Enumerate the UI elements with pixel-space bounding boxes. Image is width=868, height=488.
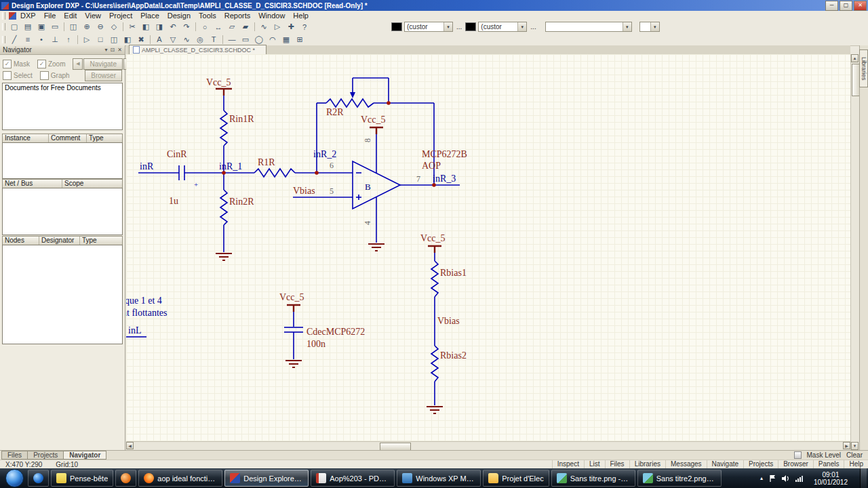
navigator-panel-header[interactable]: Navigator ▾ ⊡ ✕	[0, 45, 125, 55]
label-vcc-rin[interactable]: Vcc_5	[206, 77, 231, 87]
zoom-out-icon[interactable]: ⊖	[94, 21, 107, 33]
graph-checkbox[interactable]	[40, 71, 49, 80]
menu-project[interactable]: Project	[105, 11, 136, 20]
taskbar-item-pense-bete[interactable]: Pense-bête	[51, 470, 113, 487]
resistor-r1r[interactable]: R1R	[254, 157, 295, 177]
potentiometer-r2r[interactable]: R2R	[326, 78, 389, 117]
ground-opamp[interactable]	[368, 244, 384, 251]
print-icon[interactable]: ▭	[48, 21, 62, 33]
empty-combo[interactable]: ▾	[545, 22, 632, 32]
new-document-icon[interactable]: ▢	[7, 21, 21, 33]
menu-design[interactable]: Design	[163, 11, 195, 20]
power-port-vcc-opamp[interactable]: Vcc_5	[361, 115, 386, 134]
designator-column-header[interactable]: Designator	[39, 237, 80, 245]
grid-settings-icon[interactable]: ⊞	[293, 33, 307, 45]
clear-button[interactable]: Clear	[846, 451, 863, 459]
draw-line-icon[interactable]: —	[225, 33, 239, 45]
menu-window[interactable]: Window	[254, 11, 289, 20]
menu-dxp[interactable]: DXP	[16, 11, 40, 20]
taskbar-item-browser[interactable]: aop ideal fonctio...	[138, 470, 222, 487]
document-tab[interactable]: AMPLI_CLASSE_D_CSICIR3.SCHDOC *	[129, 45, 267, 54]
files-panel-tab[interactable]: Files	[1, 451, 28, 460]
draw-arc-icon[interactable]: ◠	[266, 33, 279, 45]
status-browser-button[interactable]: Browser	[778, 460, 813, 468]
label-rbias2[interactable]: Rbias2	[440, 350, 467, 361]
place-ground-icon[interactable]: ⊥	[48, 33, 62, 45]
menu-view[interactable]: View	[81, 11, 105, 20]
status-files-button[interactable]: Files	[605, 460, 629, 468]
taskbar-item-image2[interactable]: Sans titre2.png - ...	[637, 470, 722, 487]
nodes-type-column-header[interactable]: Type	[80, 237, 122, 245]
redo-icon[interactable]: ↷	[180, 21, 193, 33]
pin-number-8[interactable]: 8	[363, 138, 372, 142]
status-navigate-button[interactable]: Navigate	[707, 460, 743, 468]
paste-array-icon[interactable]: ▦	[279, 33, 293, 45]
place-text-icon[interactable]: T	[207, 33, 220, 45]
find-icon[interactable]: ○	[198, 21, 212, 33]
opamp-type[interactable]: AOP	[422, 161, 441, 171]
show-desktop-button[interactable]	[860, 468, 867, 488]
taskbar-item-media-player[interactable]	[28, 470, 49, 487]
close-button[interactable]: ✕	[854, 1, 867, 11]
capacitor-cdec[interactable]: CdecMCP6272 100n	[284, 327, 365, 359]
note-text-line1[interactable]: que 1 et 4	[126, 296, 162, 306]
status-list-button[interactable]: List	[584, 460, 605, 468]
place-no-erc-icon[interactable]: ✖	[134, 33, 148, 45]
select-checkbox[interactable]	[3, 71, 12, 80]
place-wire-icon[interactable]: ╱	[7, 33, 21, 45]
net-label-vbias-input[interactable]: Vbias	[293, 186, 315, 196]
draw-ellipse-icon[interactable]: ◯	[252, 33, 266, 45]
zoom-window-icon[interactable]: ◫	[66, 21, 80, 33]
tray-expand-icon[interactable]: ▴	[759, 475, 764, 481]
projects-panel-tab[interactable]: Projects	[27, 451, 64, 460]
menu-place[interactable]: Place	[136, 11, 163, 20]
volume-icon[interactable]	[781, 474, 790, 483]
place-power-port-icon[interactable]: ↑	[62, 33, 75, 45]
paste-icon[interactable]: ◨	[153, 21, 166, 33]
place-signal-icon[interactable]: ∿	[180, 33, 193, 45]
resistor-rbias2[interactable]: Rbias2	[431, 346, 467, 405]
menu-reports[interactable]: Reports	[220, 11, 255, 20]
schematic-editor-canvas[interactable]: inR inR_1 inR_2 CinR 1u + Vcc_5 Rin1R	[126, 54, 850, 441]
net-label-inr[interactable]: inR	[140, 161, 154, 171]
label-cinr[interactable]: CinR	[167, 149, 187, 159]
scope-column-header[interactable]: Scope	[62, 180, 122, 188]
label-rbias1[interactable]: Rbias1	[440, 268, 467, 278]
nodes-listbox[interactable]	[2, 245, 123, 344]
scroll-left-icon[interactable]: ◀	[126, 442, 134, 449]
label-cdec[interactable]: CdecMCP6272	[307, 327, 365, 337]
note-text-line2[interactable]: nt flottantes	[126, 308, 167, 318]
taskbar-item-music[interactable]	[115, 470, 136, 487]
variant-combo-1[interactable]: (custor ▾	[404, 22, 453, 32]
zoom-checkbox[interactable]: ✓	[37, 60, 46, 68]
action-center-icon[interactable]	[769, 474, 776, 483]
taskbar-item-projet-folder[interactable]: Projet d'Elec	[483, 470, 549, 487]
resistor-rin1r[interactable]: Rin1R	[220, 110, 254, 146]
minimize-button[interactable]: ─	[825, 1, 838, 11]
capacitor-cinr[interactable]: CinR 1u +	[167, 149, 198, 206]
power-port-vcc-rin[interactable]: Vcc_5	[206, 77, 232, 110]
place-junction-icon[interactable]: •	[35, 33, 48, 45]
taskbar-item-image1[interactable]: Sans titre.png - Vi...	[551, 470, 635, 487]
panel-close-icon[interactable]: ✕	[117, 47, 122, 53]
mini-combo[interactable]: ▾	[639, 22, 660, 32]
libraries-panel-tab[interactable]: Libraries	[859, 49, 868, 87]
mask-checkbox[interactable]: ✓	[3, 60, 12, 68]
start-button[interactable]	[5, 469, 24, 487]
panel-pin-icon[interactable]: ⊡	[111, 47, 115, 53]
mask-level-button[interactable]: Mask Level	[807, 451, 842, 459]
net-bus-column-header[interactable]: Net / Bus	[3, 180, 62, 188]
place-sheet-entry-icon[interactable]: ◫	[107, 33, 121, 45]
help-icon[interactable]: ?	[298, 21, 311, 33]
taskbar-item-xp-mode[interactable]: Windows XP Mod...	[397, 470, 481, 487]
scroll-down-icon[interactable]: ▼	[851, 442, 859, 450]
place-probe-icon[interactable]: ◎	[193, 33, 207, 45]
documents-listbox[interactable]: Documents for Free Documents	[2, 83, 123, 130]
undo-icon[interactable]: ↶	[166, 21, 180, 33]
menu-tools[interactable]: Tools	[195, 11, 220, 20]
scroll-up-icon[interactable]: ▲	[851, 54, 859, 62]
status-panels-button[interactable]: Panels	[813, 460, 844, 468]
place-bus-icon[interactable]: ≡	[21, 33, 35, 45]
navigate-button[interactable]: Navigate	[83, 58, 122, 70]
taskbar-clock[interactable]: 09:01 10/01/2012	[808, 471, 853, 486]
